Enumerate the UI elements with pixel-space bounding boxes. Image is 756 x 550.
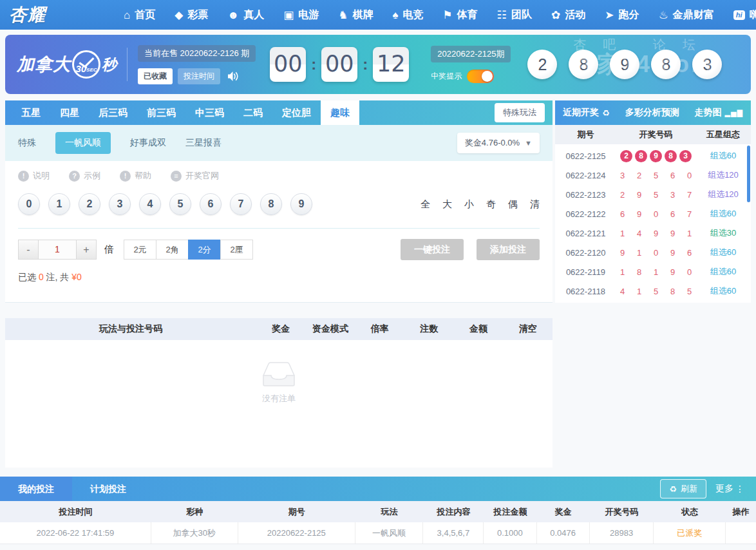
number-ball-2[interactable]: 2 — [79, 193, 100, 215]
info-link-1[interactable]: ?示例 — [69, 170, 100, 182]
draw-number: 4 — [634, 229, 644, 238]
favorited-button[interactable]: 已收藏 — [138, 68, 173, 84]
nav-item-lottery[interactable]: ◆彩票 — [175, 8, 208, 22]
draw-number: 4 — [618, 287, 627, 296]
special-play-button[interactable]: 特殊玩法 — [495, 103, 545, 122]
group-link[interactable]: 组选60 — [695, 150, 751, 162]
group-link[interactable]: 组选30 — [695, 227, 751, 239]
bet-content: 3,4,5,6,7 — [423, 522, 484, 544]
nav-item-wealth[interactable]: ♨金鼎财富 — [659, 8, 714, 22]
sub-tabbar: 特殊一帆风顺好事成双三星报喜 奖金4.76-0.0% ▼ — [5, 125, 553, 161]
money-mode-group: 2元2角2分2厘 — [124, 240, 253, 260]
play-tab-6[interactable]: 定位胆 — [272, 100, 321, 125]
more-button[interactable]: 更多 ⋮ — [715, 483, 744, 495]
play-tabbar: 五星四星后三码前三码中三码二码定位胆趣味 特殊玩法 — [5, 100, 553, 125]
nav-item-activity[interactable]: ✿活动 — [551, 8, 585, 22]
number-ball-7[interactable]: 7 — [230, 193, 252, 215]
mode-button-3[interactable]: 2厘 — [220, 240, 253, 260]
draw-issue: 0622-2119 — [555, 267, 616, 277]
my-bets-tab-0[interactable]: 我的投注 — [0, 477, 72, 501]
play-tab-1[interactable]: 四星 — [50, 100, 89, 125]
refresh-button[interactable]: ♻ 刷新 — [660, 479, 706, 498]
slip-header-6[interactable]: 清空 — [503, 323, 553, 335]
nav-item-label: 电游 — [298, 8, 319, 22]
play-tab-3[interactable]: 前三码 — [137, 100, 185, 125]
nav-item-hi[interactable]: hi嗨聊 — [733, 8, 756, 22]
nav-item-esports[interactable]: ♠电竞 — [393, 8, 424, 22]
mode-button-2[interactable]: 2分 — [188, 240, 221, 260]
filter-4[interactable]: 偶 — [508, 198, 518, 211]
number-ball-4[interactable]: 4 — [139, 193, 161, 215]
sub-tab-0[interactable]: 特殊 — [18, 137, 36, 149]
site-logo[interactable]: 杏耀 — [9, 3, 46, 26]
play-tab-4[interactable]: 中三码 — [185, 100, 234, 125]
plus-button[interactable]: + — [76, 240, 97, 260]
lottery-banner: 加拿大 30 SEC 秒 当前在售 20220622-2126 期 已收藏 投注… — [5, 35, 751, 94]
refresh-icon: ♻ — [602, 108, 610, 118]
draw-number: 9 — [634, 209, 644, 219]
nav-item-arcade[interactable]: ▣电游 — [283, 8, 319, 22]
number-ball-3[interactable]: 3 — [109, 193, 131, 215]
filter-1[interactable]: 大 — [442, 198, 452, 211]
play-tab-0[interactable]: 五星 — [12, 100, 50, 125]
chess-icon: ♞ — [338, 10, 348, 21]
clock-icon: 30 SEC — [72, 50, 100, 79]
info-link-2[interactable]: !帮助 — [120, 170, 151, 182]
nav-item-sports[interactable]: ⚑体育 — [443, 8, 478, 22]
nav-item-team[interactable]: ☷团队 — [497, 8, 532, 22]
nav-item-home[interactable]: ⌂首页 — [124, 8, 155, 22]
scrollbar-thumb[interactable] — [747, 146, 750, 202]
sidebar-tab-0[interactable]: 近期开奖♻ — [563, 107, 610, 119]
nav-item-chess[interactable]: ♞棋牌 — [338, 8, 373, 22]
mode-button-0[interactable]: 2元 — [124, 240, 156, 260]
number-ball-0[interactable]: 0 — [18, 193, 40, 215]
number-ball-9[interactable]: 9 — [290, 193, 312, 215]
bonus-dropdown[interactable]: 奖金4.76-0.0% ▼ — [457, 133, 540, 153]
bet-time-button[interactable]: 投注时间 — [178, 68, 220, 84]
draw-number: 9 — [668, 229, 677, 238]
slip-header-3: 倍率 — [355, 323, 404, 335]
nav-item-live[interactable]: ☻真人 — [227, 8, 264, 22]
my-bets-tab-1[interactable]: 计划投注 — [72, 477, 144, 501]
number-ball-1[interactable]: 1 — [48, 193, 70, 215]
draw-number: 8 — [665, 150, 677, 162]
filter-5[interactable]: 清 — [530, 198, 540, 211]
sub-tab-2[interactable]: 好事成双 — [130, 137, 166, 149]
group-link[interactable]: 组选60 — [695, 285, 751, 297]
group-link[interactable]: 组选60 — [695, 208, 751, 220]
draw-issue: 0622-2120 — [555, 248, 616, 258]
add-bet-button[interactable]: 添加投注 — [477, 239, 540, 260]
minus-button[interactable]: - — [18, 240, 39, 260]
nav-item-racing[interactable]: ➤跑分 — [605, 8, 639, 22]
sidebar-tab-2[interactable]: 走势图▂▅▇ — [695, 107, 743, 119]
info-link-3[interactable]: ≡开奖官网 — [171, 170, 219, 182]
slip-header-0: 玩法与投注号码 — [5, 323, 256, 335]
group-link[interactable]: 组选120 — [695, 169, 751, 181]
sub-tab-3[interactable]: 三星报喜 — [185, 137, 222, 149]
mode-button-1[interactable]: 2角 — [156, 240, 189, 260]
quick-bet-button[interactable]: 一键投注 — [401, 239, 464, 260]
number-ball-8[interactable]: 8 — [260, 193, 282, 215]
filter-0[interactable]: 全 — [421, 198, 430, 211]
filter-2[interactable]: 小 — [464, 198, 474, 211]
number-ball-5[interactable]: 5 — [169, 193, 191, 215]
group-link[interactable]: 组选60 — [695, 247, 751, 258]
sidebar-tab-1[interactable]: 多彩分析预测 — [625, 107, 679, 119]
number-ball-6[interactable]: 6 — [200, 193, 222, 215]
info-link-0[interactable]: !说明 — [18, 170, 50, 182]
play-tab-5[interactable]: 二码 — [234, 100, 272, 125]
sub-tab-1[interactable]: 一帆风顺 — [55, 132, 111, 154]
play-tab-2[interactable]: 后三码 — [89, 100, 137, 125]
bet-prize: 0.0476 — [537, 522, 590, 544]
draw-number: 9 — [668, 248, 677, 258]
play-tab-7[interactable]: 趣味 — [321, 100, 359, 125]
win-tip-toggle[interactable] — [467, 70, 494, 83]
group-link[interactable]: 组选120 — [695, 189, 751, 200]
speaker-icon[interactable] — [228, 71, 239, 81]
draw-issue: 0622-2123 — [555, 190, 616, 200]
draw-number: 0 — [651, 248, 661, 258]
draw-issue: 0622-2124 — [555, 171, 616, 180]
filter-3[interactable]: 奇 — [486, 198, 496, 211]
group-link[interactable]: 组选60 — [695, 266, 751, 278]
multiplier-value[interactable]: 1 — [39, 240, 76, 260]
